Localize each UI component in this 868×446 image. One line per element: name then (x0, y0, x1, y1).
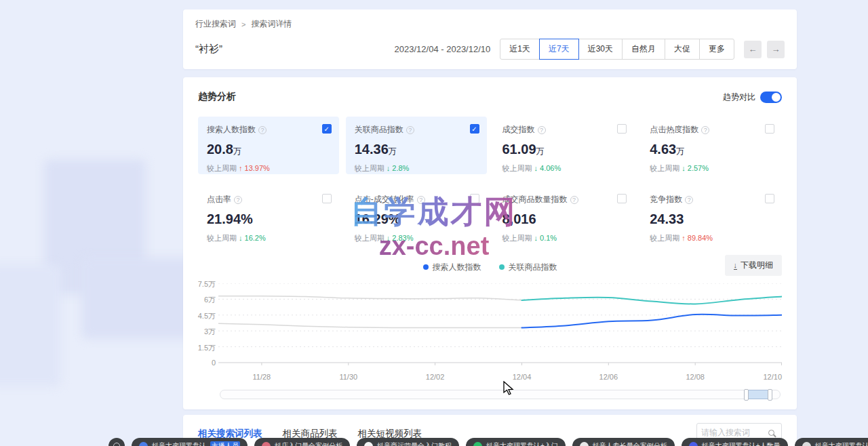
delta-prefix: 较上周期 (207, 234, 237, 242)
range-button-7d[interactable]: 近7天 (539, 39, 579, 60)
help-icon[interactable]: ? (234, 196, 242, 204)
arrow-right-icon: → (772, 44, 781, 54)
range-button-promo[interactable]: 大促 (665, 39, 700, 60)
datazoom-grip-left[interactable] (744, 389, 749, 401)
metric-checkbox[interactable] (322, 124, 332, 134)
metric-card-click-heat-index[interactable]: 点击热度指数? 4.63万 较上周期↓ 2.57% (641, 117, 782, 174)
app-icon (364, 442, 373, 446)
x-tick: 12/06 (599, 373, 618, 381)
help-icon[interactable]: ? (417, 196, 425, 204)
legend-dot-icon (499, 264, 505, 270)
app-icon (473, 442, 482, 446)
background-blur-shape (0, 264, 61, 386)
datazoom-track[interactable] (220, 390, 781, 399)
help-icon[interactable]: ? (570, 196, 578, 204)
delta-value: ↓ 16.2% (239, 234, 266, 242)
metric-label: 点击-成交转化率 (355, 194, 414, 205)
metric-checkbox[interactable] (470, 194, 479, 203)
taskbar-item[interactable]: 抖音商运营最全入门教程 (357, 438, 459, 446)
metric-value: 8,016 (502, 211, 536, 226)
chart-plot-area[interactable] (218, 283, 782, 367)
delta-arrow-icon: ↓ (387, 164, 391, 172)
delta-arrow-icon: ↓ (534, 164, 538, 172)
taskbar-item[interactable]: 抖音大变现罗盘认+大全 (795, 438, 868, 446)
toggle-knob (772, 93, 781, 102)
metric-value: 16.29% (355, 211, 401, 226)
metric-checkbox[interactable] (617, 124, 627, 134)
search-icon[interactable] (768, 430, 774, 436)
delta-prefix: 较上周期 (355, 234, 384, 242)
metric-unit: 万 (389, 146, 397, 156)
metric-checkbox[interactable] (470, 124, 479, 134)
chart-datazoom-slider[interactable] (218, 389, 782, 400)
metric-checkbox[interactable] (617, 194, 627, 203)
datazoom-handle[interactable] (747, 390, 770, 399)
arrow-left-icon: ← (749, 44, 757, 54)
metric-card-transaction-index[interactable]: 成交指数? 61.09万 较上周期↓ 4.06% (494, 117, 635, 174)
range-button-month[interactable]: 自然月 (622, 39, 665, 60)
taskbar-item[interactable]: 抖音大变现罗盘认+人数量 (682, 438, 788, 446)
x-tick: 11/28 (253, 373, 271, 381)
metric-card-search-index[interactable]: 搜索人数指数? 20.8万 较上周期↑ 13.97% (198, 117, 339, 174)
delta-arrow-icon: ↑ (239, 164, 243, 172)
delta-prefix: 较上周期 (650, 164, 679, 172)
app-icon (802, 442, 811, 446)
delta-arrow-icon: ↓ (534, 234, 538, 242)
metric-card-transaction-product-count[interactable]: 成交商品数量指数? 8,016 较上周期↓ 0.1% (494, 186, 635, 244)
metric-label: 成交商品数量指数 (502, 194, 568, 205)
datazoom-grip-right[interactable] (768, 389, 772, 401)
trend-analysis-card: 趋势分析 趋势对比 搜索人数指数? 20.8万 较上周期↑ 13.97% 关联商… (183, 77, 797, 409)
app-icon (262, 442, 271, 446)
metric-card-click-rate[interactable]: 点击率? 21.94% 较上周期↓ 16.2% (198, 186, 339, 244)
metric-unit: 万 (676, 146, 684, 156)
x-tick: 12/02 (426, 373, 445, 381)
help-icon[interactable]: ? (701, 126, 709, 134)
y-tick: 4.5万 (198, 311, 216, 321)
download-icon: ↓ (734, 262, 738, 270)
metric-value: 21.94% (207, 211, 253, 226)
range-button-more[interactable]: 更多 (699, 39, 734, 60)
delta-prefix: 较上周期 (355, 164, 384, 172)
delta-arrow-icon: ↓ (682, 164, 686, 172)
metric-card-competition-index[interactable]: 竞争指数? 24.33 较上周期↑ 89.84% (641, 186, 782, 244)
next-period-button[interactable]: → (767, 41, 785, 58)
metric-checkbox[interactable] (765, 124, 774, 134)
taskbar-item[interactable]: 抖音人专长最全案例分析 (572, 438, 675, 446)
delta-prefix: 较上周期 (502, 164, 532, 172)
prev-period-button[interactable]: ← (744, 41, 762, 58)
metric-value: 4.63 (650, 142, 676, 157)
legend-label: 关联商品指数 (509, 262, 557, 273)
download-details-button[interactable]: ↓ 下载明细 (725, 255, 783, 276)
metric-checkbox[interactable] (322, 194, 332, 203)
app-icon (139, 442, 148, 446)
taskbar-record-icon[interactable] (108, 438, 125, 446)
help-icon[interactable]: ? (538, 126, 546, 134)
taskbar-item[interactable]: 抖音大变现罗盘认主播人员 (132, 438, 248, 446)
x-tick: 11/30 (339, 373, 357, 381)
help-icon[interactable]: ? (685, 196, 693, 204)
help-icon[interactable]: ? (406, 126, 414, 134)
metric-label: 点击热度指数 (650, 124, 698, 136)
x-tick: 12/08 (686, 373, 705, 381)
metric-unit: 万 (536, 146, 545, 156)
delta-value: ↓ 0.1% (534, 234, 557, 242)
metric-value: 20.8 (207, 142, 233, 157)
section-title: 趋势分析 (198, 91, 236, 103)
metric-label: 搜索人数指数 (207, 124, 256, 136)
metric-value: 61.09 (502, 142, 536, 157)
metric-card-related-product-index[interactable]: 关联商品指数? 14.36万 较上周期↓ 2.8% (346, 117, 487, 174)
delta-value: ↓ 4.06% (534, 164, 561, 172)
trend-compare-toggle[interactable] (760, 92, 782, 103)
range-button-1d[interactable]: 近1天 (500, 39, 540, 60)
breadcrumb-parent[interactable]: 行业搜索词 (195, 18, 236, 30)
taskbar-item[interactable]: 抖音大变现罗盘认+入门 (466, 438, 566, 446)
app-icon (689, 442, 698, 446)
x-tick: 12/04 (513, 373, 532, 381)
help-icon[interactable]: ? (258, 126, 267, 134)
page-title-keyword: “衬衫” (195, 43, 222, 56)
metric-checkbox[interactable] (765, 194, 774, 203)
metric-card-click-conversion-rate[interactable]: 点击-成交转化率? 16.29% 较上周期↓ 2.83% (346, 186, 487, 244)
search-input[interactable] (697, 428, 768, 437)
range-button-30d[interactable]: 近30天 (578, 39, 623, 60)
taskbar-item[interactable]: 抖店入门最全案例分析 (254, 438, 350, 446)
